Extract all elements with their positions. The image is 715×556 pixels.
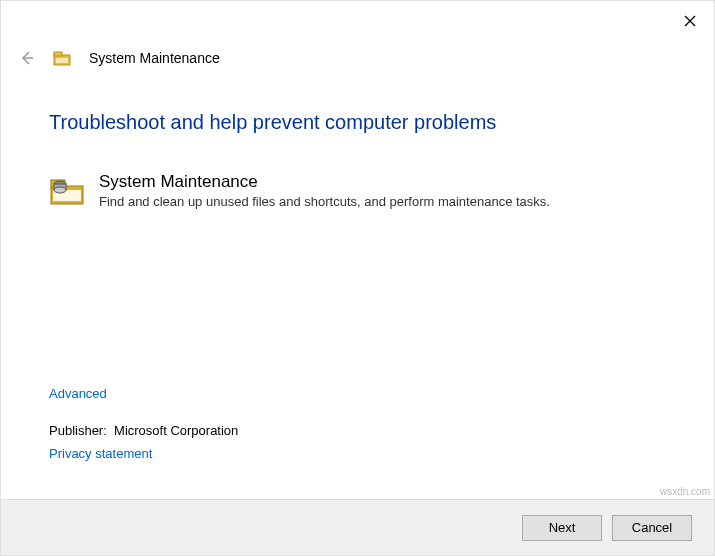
back-button[interactable] — [19, 50, 35, 66]
troubleshooter-title: System Maintenance — [99, 172, 550, 192]
bottom-meta: Advanced Publisher: Microsoft Corporatio… — [49, 386, 238, 461]
svg-rect-5 — [56, 58, 68, 63]
header-bar: System Maintenance — [19, 49, 220, 67]
advanced-link[interactable]: Advanced — [49, 386, 107, 401]
page-heading: Troubleshoot and help prevent computer p… — [49, 111, 666, 134]
next-button[interactable]: Next — [522, 515, 602, 541]
svg-rect-4 — [54, 52, 62, 56]
window-title: System Maintenance — [89, 50, 220, 66]
close-button[interactable] — [680, 11, 700, 31]
footer-bar: Next Cancel — [1, 499, 714, 555]
troubleshooter-text: System Maintenance Find and clean up unu… — [99, 172, 550, 209]
troubleshooter-item: System Maintenance Find and clean up unu… — [49, 172, 666, 209]
svg-point-11 — [54, 187, 66, 193]
cancel-button[interactable]: Cancel — [612, 515, 692, 541]
privacy-statement-link[interactable]: Privacy statement — [49, 446, 152, 461]
back-arrow-icon — [19, 50, 35, 66]
close-icon — [684, 15, 696, 27]
watermark-text: wsxdn.com — [660, 486, 710, 497]
troubleshooter-header-icon — [53, 49, 71, 67]
publisher-row: Publisher: Microsoft Corporation — [49, 423, 238, 438]
system-maintenance-icon — [49, 172, 85, 208]
troubleshooter-description: Find and clean up unused files and short… — [99, 194, 550, 209]
publisher-value: Microsoft Corporation — [114, 423, 238, 438]
content-area: Troubleshoot and help prevent computer p… — [49, 111, 666, 209]
publisher-label: Publisher: — [49, 423, 107, 438]
